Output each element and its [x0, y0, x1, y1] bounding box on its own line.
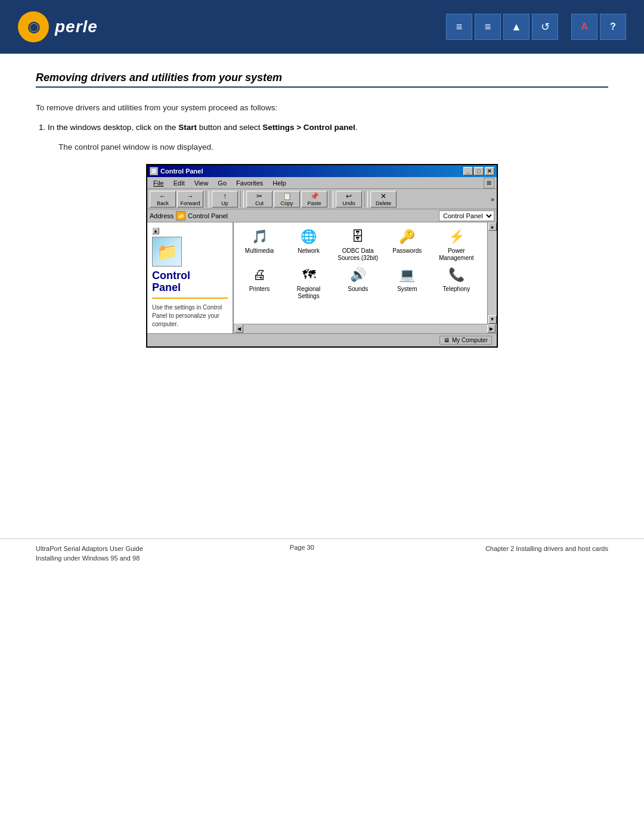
- win95-icons-grid: 🎵 Multimedia 🌐 Network 🗄 ODBC Data Sour: [239, 227, 482, 300]
- sounds-label: Sounds: [348, 286, 368, 293]
- paste-label: Paste: [307, 200, 321, 206]
- toolbar-separator-4: [364, 191, 368, 208]
- win95-scroll-right-btn[interactable]: ▶: [487, 324, 496, 333]
- printers-label: Printers: [249, 286, 270, 293]
- win95-menu-file[interactable]: File: [150, 179, 168, 187]
- header-icon-refresh[interactable]: ↺: [532, 14, 558, 40]
- header-icon-triangle[interactable]: ▲: [503, 14, 530, 40]
- screenshot-wrapper: ⊞ Control Panel _ □ ✕ File Edit View Go …: [146, 164, 498, 348]
- win95-menu-view[interactable]: View: [191, 179, 212, 187]
- section-title: Removing drivers and utilities from your…: [36, 72, 608, 84]
- multimedia-label: Multimedia: [245, 247, 274, 255]
- system-icon: 💻: [398, 265, 417, 284]
- copy-icon: 📋: [283, 192, 292, 200]
- delete-label: Delete: [376, 200, 391, 206]
- passwords-label: Passwords: [392, 247, 422, 255]
- win95-close-button[interactable]: ✕: [485, 167, 494, 175]
- logo-icon: ◉: [18, 11, 49, 42]
- win95-window-title: Control Panel: [160, 168, 203, 175]
- win95-undo-button[interactable]: ↩ Undo: [336, 191, 362, 208]
- win95-sidebar-desc: Use the settings in Control Panel to per…: [152, 304, 228, 329]
- toolbar-separator-3: [330, 191, 333, 208]
- win95-icon-printers[interactable]: 🖨 Printers: [239, 265, 280, 300]
- win95-main-area: 🎵 Multimedia 🌐 Network 🗄 ODBC Data Sour: [234, 222, 497, 333]
- win95-minimize-button[interactable]: _: [463, 167, 473, 175]
- win95-icon-multimedia[interactable]: 🎵 Multimedia: [239, 227, 280, 262]
- win95-sidebar-folder-icon: 📁: [152, 237, 182, 267]
- win95-menu-edit[interactable]: Edit: [170, 179, 188, 187]
- win95-menu-favorites[interactable]: Favorites: [233, 179, 267, 187]
- forward-icon: →: [187, 192, 194, 200]
- win95-address-text: Control Panel: [188, 212, 436, 219]
- toolbar-separator-2: [240, 191, 244, 208]
- win95-scroll-up-btn[interactable]: ▲: [488, 222, 497, 231]
- win95-paste-button[interactable]: 📌 Paste: [301, 191, 327, 208]
- section-divider: [36, 86, 608, 88]
- printers-icon: 🖨: [250, 265, 269, 284]
- logo-text: perle: [55, 17, 98, 36]
- win95-toolbar: ← Back → Forward ↑ Up ✂ Cut 📋: [147, 189, 497, 209]
- page-header: ◉ perle ≡ ≡ ▲ ↺ A ?: [0, 0, 644, 54]
- win95-sidebar-divider: [152, 298, 228, 299]
- win95-icon-network[interactable]: 🌐 Network: [288, 227, 330, 262]
- win95-control-panel-window: ⊞ Control Panel _ □ ✕ File Edit View Go …: [146, 164, 498, 348]
- undo-label: Undo: [342, 200, 355, 206]
- win95-forward-button[interactable]: → Forward: [177, 191, 203, 208]
- header-icon-list1[interactable]: ≡: [446, 14, 472, 40]
- win95-cut-button[interactable]: ✂ Cut: [246, 191, 273, 208]
- sounds-icon: 🔊: [348, 265, 367, 284]
- win95-statusbar: 🖥 My Computer: [147, 333, 497, 346]
- win95-icons-container: 🎵 Multimedia 🌐 Network 🗄 ODBC Data Sour: [234, 222, 487, 324]
- network-icon: 🌐: [299, 227, 318, 246]
- odbc-label: ODBC Data Sources (32bit): [337, 247, 379, 262]
- forward-label: Forward: [180, 200, 200, 206]
- win95-icon-regional[interactable]: 🗺 Regional Settings: [288, 265, 330, 300]
- win95-scroll-down-btn[interactable]: ▼: [488, 315, 497, 324]
- win95-icon-sounds[interactable]: 🔊 Sounds: [337, 265, 379, 300]
- header-toolbar: ≡ ≡ ▲ ↺ A ?: [446, 14, 626, 40]
- header-icon-font[interactable]: A: [571, 14, 597, 40]
- footer-left-line1: UltraPort Serial Adaptors User Guide: [36, 544, 143, 554]
- footer-right: Chapter 2 Installing drivers and host ca…: [485, 544, 608, 554]
- win95-body: ▲ 📁 ControlPanel Use the settings in Con…: [147, 222, 497, 333]
- win95-titlebar-title-area: ⊞ Control Panel: [150, 167, 203, 175]
- win95-address-dropdown[interactable]: Control Panel: [439, 210, 494, 221]
- win95-up-button[interactable]: ↑ Up: [212, 191, 238, 208]
- intro-text: To remove drivers and utilities from you…: [36, 102, 608, 114]
- back-icon: ←: [159, 192, 166, 200]
- win95-delete-button[interactable]: ✕ Delete: [370, 191, 397, 208]
- mycomputer-icon: 🖥: [444, 337, 450, 343]
- win95-menu-go[interactable]: Go: [214, 179, 230, 187]
- page-footer: UltraPort Serial Adaptors User Guide Ins…: [0, 538, 644, 563]
- delete-icon: ✕: [380, 192, 386, 200]
- win95-icon-power[interactable]: ⚡ Power Management: [435, 227, 477, 262]
- win95-address-folder-icon: 📁: [176, 211, 185, 221]
- win95-icon-system[interactable]: 💻 System: [386, 265, 428, 300]
- cut-label: Cut: [255, 200, 264, 206]
- sidebar-scroll-up[interactable]: ▲: [152, 227, 159, 234]
- win95-toolbar-appicon: ⊞: [484, 178, 494, 188]
- toolbar-separator-1: [206, 191, 209, 208]
- win95-titlebar-buttons: _ □ ✕: [463, 167, 494, 175]
- power-icon: ⚡: [447, 227, 466, 246]
- win95-back-button[interactable]: ← Back: [150, 191, 176, 208]
- win95-scroll-left-btn[interactable]: ◀: [235, 324, 243, 333]
- win95-icon-odbc[interactable]: 🗄 ODBC Data Sources (32bit): [337, 227, 379, 262]
- logo-area: ◉ perle: [18, 11, 98, 42]
- win95-icon-passwords[interactable]: 🔑 Passwords: [386, 227, 428, 262]
- win95-sidebar-scrollup: ▲: [152, 227, 159, 234]
- win95-copy-button[interactable]: 📋 Copy: [274, 191, 300, 208]
- header-icon-list2[interactable]: ≡: [475, 14, 501, 40]
- undo-icon: ↩: [346, 192, 352, 200]
- win95-maximize-button[interactable]: □: [474, 167, 484, 175]
- system-label: System: [397, 286, 417, 293]
- header-icon-help[interactable]: ?: [600, 14, 626, 40]
- telephony-label: Telephony: [443, 286, 470, 293]
- win95-toolbar-more[interactable]: »: [491, 196, 494, 203]
- win95-address-bar: Address 📁 Control Panel Control Panel: [147, 209, 497, 222]
- win95-sidebar: ▲ 📁 ControlPanel Use the settings in Con…: [147, 222, 234, 333]
- step-1: In the windows desktop, click on the Sta…: [48, 121, 608, 134]
- telephony-icon: 📞: [447, 265, 466, 284]
- win95-icon-telephony[interactable]: 📞 Telephony: [435, 265, 477, 300]
- win95-menu-help[interactable]: Help: [269, 179, 290, 187]
